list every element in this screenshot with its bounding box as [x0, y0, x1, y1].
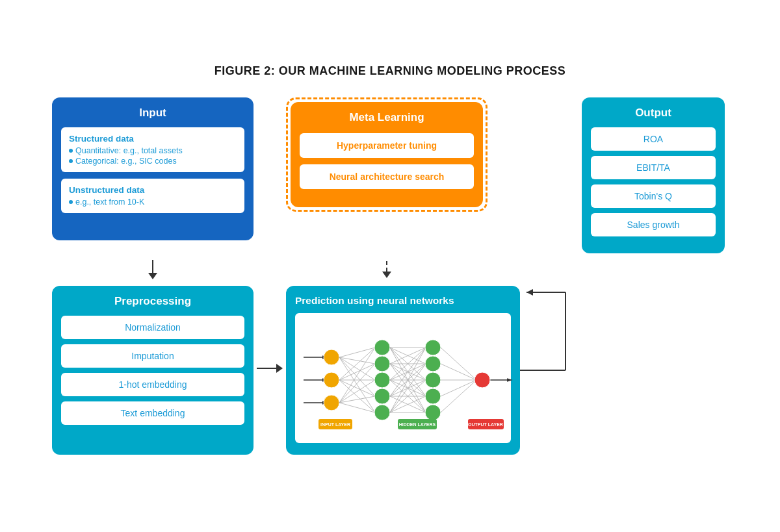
svg-point-24 [374, 356, 390, 372]
arrow-preprocess-to-nn [257, 364, 283, 373]
meta-box: Meta Learning Hyperparameter tuning Neur… [291, 102, 483, 207]
structured-bullet-1: Quantitative: e.g., total assets [69, 146, 237, 155]
nn-diagram: INPUT LAYER HIDDEN LAYERS OUTPUT LAYER [300, 318, 515, 435]
preprocess-box: Preprocessing Normalization Imputation 1… [52, 286, 254, 455]
svg-point-26 [374, 388, 390, 404]
svg-point-54 [425, 356, 441, 372]
output-section: Output ROA EBIT/TA Tobin's Q Sales growt… [578, 97, 728, 253]
output-item-tobin: Tobin's Q [591, 184, 716, 208]
svg-point-57 [425, 405, 441, 420]
arrow-input-to-preprocess [148, 260, 157, 279]
meta-outer-border: Meta Learning Hyperparameter tuning Neur… [286, 97, 488, 212]
svg-line-58 [441, 348, 476, 380]
svg-point-53 [425, 340, 441, 355]
svg-point-5 [324, 349, 339, 365]
svg-point-7 [324, 395, 339, 411]
svg-text:OUTPUT LAYER: OUTPUT LAYER [468, 422, 503, 427]
unstructured-bullet-1: e.g., text from 10-K [69, 197, 237, 207]
svg-point-27 [374, 405, 390, 420]
svg-line-14 [339, 364, 375, 380]
arrow-nn-to-output [520, 286, 630, 468]
svg-point-23 [374, 340, 390, 355]
input-box: Input Structured data Quantitative: e.g.… [52, 97, 254, 240]
svg-point-56 [425, 388, 441, 404]
svg-line-16 [339, 380, 375, 396]
nn-box: Prediction using neural networks [286, 286, 520, 455]
output-item-ebit: EBIT/TA [591, 156, 716, 179]
svg-line-59 [441, 364, 476, 380]
preprocess-item-3: 1-hot embedding [61, 373, 244, 396]
nn-section: Prediction using neural networks [286, 286, 520, 455]
meta-item-2: Neural architecture search [300, 164, 474, 189]
svg-point-63 [474, 372, 490, 388]
figure-title: FIGURE 2: OUR MACHINE LEARNING MODELING … [52, 64, 728, 78]
preprocess-title: Preprocessing [61, 295, 244, 308]
input-section: Input Structured data Quantitative: e.g.… [52, 97, 254, 240]
svg-marker-73 [526, 289, 533, 296]
output-box: Output ROA EBIT/TA Tobin's Q Sales growt… [582, 97, 725, 253]
arrow-meta-to-nn [382, 261, 391, 278]
structured-bullet-2: Categorical: e.g., SIC codes [69, 157, 237, 166]
preprocess-item-1: Normalization [61, 316, 244, 339]
meta-section: Meta Learning Hyperparameter tuning Neur… [286, 97, 488, 212]
output-title: Output [591, 107, 716, 120]
unstructured-data-box: Unstructured data e.g., text from 10-K [61, 179, 244, 213]
structured-data-box: Structured data Quantitative: e.g., tota… [61, 127, 244, 172]
svg-point-6 [324, 372, 339, 388]
nn-title: Prediction using neural networks [295, 295, 511, 307]
input-title: Input [61, 107, 244, 120]
unstructured-data-label: Unstructured data [69, 185, 237, 195]
svg-text:INPUT LAYER: INPUT LAYER [320, 422, 350, 427]
svg-line-61 [441, 380, 476, 396]
output-item-roa: ROA [591, 127, 716, 151]
svg-line-62 [441, 380, 476, 412]
svg-point-55 [425, 372, 441, 388]
preprocess-item-4: Text embedding [61, 401, 244, 425]
svg-text:HIDDEN LAYERS: HIDDEN LAYERS [399, 422, 436, 427]
meta-item-1: Hyperparameter tuning [300, 133, 474, 158]
meta-title: Meta Learning [300, 111, 474, 124]
structured-data-label: Structured data [69, 134, 237, 144]
preprocess-item-2: Imputation [61, 344, 244, 368]
preprocess-section: Preprocessing Normalization Imputation 1… [52, 286, 254, 455]
output-item-sales: Sales growth [591, 213, 716, 236]
svg-point-25 [374, 372, 390, 388]
nn-svg-wrapper: INPUT LAYER HIDDEN LAYERS OUTPUT LAYER [295, 313, 511, 443]
